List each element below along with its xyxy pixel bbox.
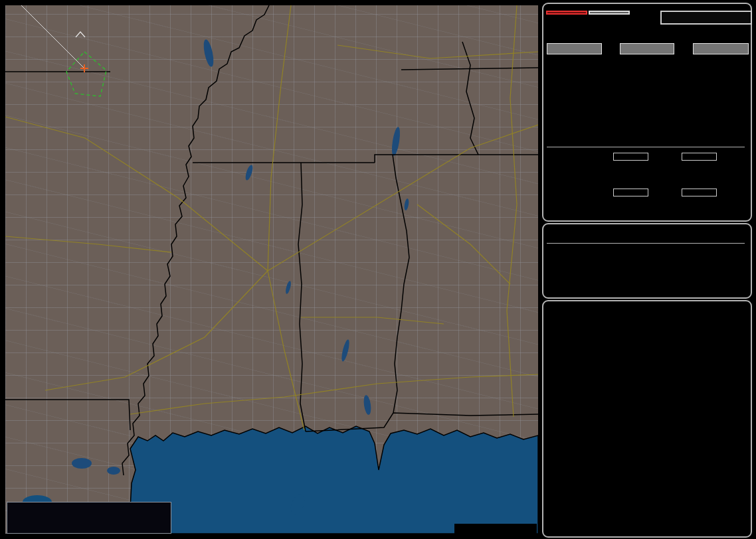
ic-minus-bar — [682, 189, 717, 196]
bearing-and-cell — [19, 5, 106, 96]
symbols-legend — [7, 502, 171, 534]
lightning-map[interactable] — [5, 5, 538, 534]
map-canvas — [5, 5, 538, 534]
divider-line — [547, 243, 745, 244]
cg-minus-bar — [682, 153, 717, 161]
bearing-readout — [660, 11, 752, 25]
trend-graph-chart — [544, 360, 749, 534]
status-panel — [542, 223, 752, 299]
state-borders — [5, 5, 538, 475]
close-per-min-badge — [620, 43, 674, 54]
cell-direction-caret — [76, 32, 85, 37]
copyright-text — [454, 524, 537, 534]
app-window: { "panel1": { "strike_btn": "STRIKE", "n… — [0, 0, 756, 539]
divider-line — [547, 147, 745, 147]
water-bodies — [23, 38, 538, 534]
noises-per-min-badge — [693, 43, 749, 54]
strike-toggle-button[interactable] — [546, 11, 587, 15]
ic-plus-bar — [613, 189, 648, 196]
strikes-per-min-badge — [547, 43, 602, 54]
noise-toggle-button[interactable] — [589, 11, 630, 15]
cg-plus-bar — [613, 153, 648, 161]
bearing-line — [19, 5, 84, 68]
strike-stats-panel — [542, 3, 752, 222]
storm-cell-outline — [66, 52, 106, 96]
trend-panel — [542, 300, 752, 538]
